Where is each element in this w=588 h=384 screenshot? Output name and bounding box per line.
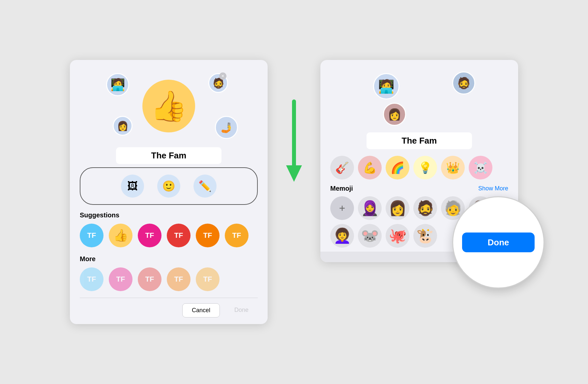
suggestion-tf-pink[interactable]: TF (138, 224, 162, 247)
left-panel: 👍 🧑‍💻 🧔 👩 🤳 ✕ 🖼 🙂 ✏️ Suggestions TF 👍 TF… (70, 60, 268, 324)
arrow-shaft (292, 99, 296, 165)
memoji-header: Memoji Show More (330, 185, 508, 192)
name-input-wrapper-right (330, 132, 508, 149)
avatar-top-left: 🧑‍💻 (106, 73, 129, 96)
suggestions-row: TF 👍 TF TF TF TF (80, 224, 258, 247)
photo-option-button[interactable]: 🖼 (121, 175, 144, 198)
more-item-3[interactable]: TF (138, 267, 162, 291)
right-panel: 🧑‍💻 🧔 👩 🎸 💪 🌈 💡 👑 ☠️ Memoji Show More (320, 60, 518, 262)
arrow-head (286, 165, 302, 182)
emoji-bulb[interactable]: 💡 (413, 156, 437, 179)
green-arrow-down (287, 99, 301, 185)
memoji-3[interactable]: 🧔 (413, 196, 437, 220)
emoji-option-button[interactable]: 🙂 (157, 175, 180, 198)
memoji-2[interactable]: 👩 (386, 196, 409, 220)
suggestion-thumbsup[interactable]: 👍 (109, 224, 132, 247)
memoji-label: Memoji (330, 185, 353, 192)
done-button[interactable]: Done (462, 233, 535, 252)
avatar-bottom-right: 🤳 (215, 116, 238, 139)
suggestions-label: Suggestions (80, 211, 258, 219)
memoji-6[interactable]: 👩‍🦱 (330, 224, 354, 248)
close-button[interactable]: ✕ (219, 72, 226, 80)
emoji-skull[interactable]: ☠️ (469, 156, 492, 179)
direction-arrow (287, 60, 301, 185)
memoji-7[interactable]: 🐭 (358, 224, 382, 248)
avatar-bottom-left: 👩 (113, 116, 132, 136)
suggestion-tf-red[interactable]: TF (167, 224, 191, 247)
more-label: More (80, 255, 258, 263)
more-item-5[interactable]: TF (196, 267, 220, 291)
options-box: 🖼 🙂 ✏️ (80, 167, 258, 205)
group-name-input-left[interactable] (116, 147, 221, 164)
right-avatar-top-right: 🧔 (452, 71, 475, 95)
emoji-flexed[interactable]: 💪 (358, 156, 382, 179)
more-item-1[interactable]: TF (80, 267, 103, 291)
avatar-cluster-left: 👍 🧑‍💻 🧔 👩 🤳 ✕ (80, 70, 258, 142)
emoji-icons-section: 🎸 💪 🌈 💡 👑 ☠️ (330, 156, 508, 179)
suggestion-tf-blue[interactable]: TF (80, 224, 103, 247)
right-avatar-top-left: 🧑‍💻 (373, 73, 399, 99)
memoji-1[interactable]: 🧕 (358, 196, 382, 220)
edit-option-button[interactable]: ✏️ (193, 175, 217, 198)
thumbs-up-emoji: 👍 (142, 80, 195, 132)
emoji-icon-row: 🎸 💪 🌈 💡 👑 ☠️ (330, 156, 508, 179)
done-circle-magnified: Done (452, 196, 544, 288)
memoji-8[interactable]: 🐙 (386, 224, 409, 248)
memoji-9[interactable]: 🐮 (413, 224, 437, 248)
avatar-cluster-right: 🧑‍💻 🧔 👩 (330, 70, 508, 129)
suggestion-tf-yellow[interactable]: TF (225, 224, 249, 247)
bottom-bar-left: Cancel Done (80, 298, 258, 317)
more-item-4[interactable]: TF (167, 267, 191, 291)
show-more-link[interactable]: Show More (478, 185, 508, 192)
emoji-crown[interactable]: 👑 (441, 156, 465, 179)
right-avatar-bottom-left: 👩 (383, 103, 406, 126)
suggestion-tf-orange[interactable]: TF (196, 224, 220, 247)
more-item-2[interactable]: TF (109, 267, 132, 291)
main-container: 👍 🧑‍💻 🧔 👩 🤳 ✕ 🖼 🙂 ✏️ Suggestions TF 👍 TF… (0, 47, 588, 337)
emoji-guitar[interactable]: 🎸 (330, 156, 354, 179)
group-name-input-right[interactable] (367, 132, 472, 149)
more-row: TF TF TF TF TF (80, 267, 258, 291)
name-input-wrapper-left (80, 147, 258, 164)
add-memoji-button[interactable]: + (330, 196, 354, 220)
emoji-rainbow[interactable]: 🌈 (386, 156, 409, 179)
right-bottom-bar: Done (320, 252, 518, 262)
cancel-button[interactable]: Cancel (182, 303, 220, 317)
done-inactive-label: Done (225, 303, 258, 317)
